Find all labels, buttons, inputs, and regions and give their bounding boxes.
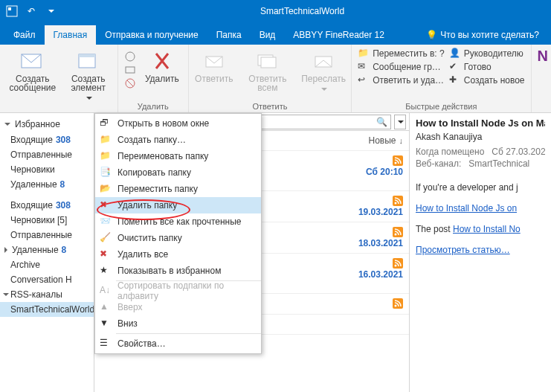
body-link-1[interactable]: How to Install Node Js on [416, 203, 517, 213]
svg-point-5 [126, 52, 135, 61]
context-menu-item[interactable]: ✖Удалить все [95, 246, 261, 263]
qa-icon: 📁 [358, 48, 370, 60]
quick-action[interactable]: ↩Ответить и уда… [358, 74, 445, 86]
qat-dropdown[interactable] [43, 4, 58, 19]
reading-pane: How to Install Node Js on Mac M1 Akash K… [410, 113, 551, 392]
delete-button[interactable]: Удалить [142, 48, 182, 85]
context-menu-item[interactable]: 📨Пометить все как прочтенные [95, 213, 261, 230]
rss-icon [393, 298, 403, 309]
reply-all-button[interactable]: Ответить всем [239, 48, 296, 94]
folder-pane: Избранное Входящие308ОтправленныеЧернови… [0, 113, 94, 392]
mail-body: If you're a developer and j How to Insta… [416, 182, 545, 255]
cleanup-icon[interactable] [124, 64, 136, 76]
tab-file[interactable]: Файл [4, 25, 45, 45]
svg-rect-6 [126, 67, 135, 73]
quick-action[interactable]: ✉Сообщение гр… [358, 61, 445, 73]
search-scope-dropdown[interactable] [394, 115, 406, 129]
new-mail-icon [21, 49, 45, 73]
quick-action[interactable]: ✚Создать новое [449, 74, 525, 86]
quick-action[interactable]: 👤Руководителю [449, 48, 525, 60]
context-menu-item[interactable]: ▼Вниз [95, 315, 261, 332]
junk-icon[interactable] [124, 77, 136, 89]
context-menu-item[interactable]: ✖Удалить папку [95, 197, 261, 213]
folder-item[interactable]: Удаленные8 [0, 177, 94, 192]
delete-icon: ✖ [100, 199, 112, 211]
tab-view[interactable]: Вид [251, 25, 285, 45]
svg-rect-4 [79, 54, 95, 57]
group-delete-label: Удалить [124, 100, 182, 111]
rss-header[interactable]: RSS-каналы [0, 287, 94, 302]
chevron-down-icon [85, 94, 92, 103]
favorites-header[interactable]: Избранное [0, 116, 94, 132]
view-article-link[interactable]: Просмотреть статью… [416, 245, 510, 255]
folder-item[interactable]: Удаленные8 [0, 242, 94, 257]
qa-icon: ↩ [358, 74, 370, 86]
up-icon: ▲ [100, 301, 112, 313]
context-menu-item[interactable]: 📁Переименовать папку [95, 148, 261, 164]
sort-icon: A↓ [100, 285, 112, 297]
mail-subject: How to Install Node Js on Mac M1 [416, 118, 545, 129]
new-item-icon [77, 49, 100, 73]
folder-item[interactable]: Входящие308 [0, 132, 94, 147]
forward-button[interactable]: Переслать [302, 48, 345, 95]
folder-item[interactable]: Черновики [5] [0, 213, 94, 228]
group-quick-actions: 📁Переместить в: ?👤Руководителю✉Сообщение… [352, 45, 531, 112]
folder-item[interactable]: Входящие308 [0, 198, 94, 213]
ribbon-tabs: Файл Главная Отправка и получение Папка … [0, 22, 551, 45]
svg-point-15 [395, 202, 397, 205]
tab-send-receive[interactable]: Отправка и получение [96, 25, 207, 45]
undo-icon[interactable]: ↶ [24, 4, 39, 19]
rss-feed-selected[interactable]: SmartTechnicalWorld [0, 302, 94, 317]
group-new: Создать сообщение Создать элемент [0, 45, 118, 112]
ribbon: Создать сообщение Создать элемент Удалит… [0, 45, 551, 113]
reply-button[interactable]: Ответить [195, 48, 233, 85]
body-link-2[interactable]: How to Install No [453, 224, 521, 234]
new-item-button[interactable]: Создать элемент [65, 48, 112, 104]
lightbulb-icon: 💡 [426, 30, 437, 40]
svg-point-21 [395, 305, 397, 307]
mail-author: Akash Kanaujiya [416, 132, 545, 142]
tell-me[interactable]: 💡 Что вы хотите сделать? [419, 25, 547, 45]
folder-item[interactable]: Черновики [0, 162, 94, 177]
svg-point-19 [395, 265, 397, 267]
svg-rect-10 [261, 57, 276, 68]
onenote-icon[interactable]: N [538, 48, 548, 65]
new-mail-button[interactable]: Создать сообщение [6, 48, 59, 94]
folder-item[interactable]: Archive [0, 257, 94, 272]
folder-item[interactable]: Conversation H [0, 272, 94, 287]
folder-item[interactable]: Отправленные [0, 147, 94, 162]
group-respond: Ответить Ответить всем Переслать Ответит… [189, 45, 352, 112]
copy-icon: 📑 [100, 167, 112, 179]
folder-item[interactable]: Отправленные [0, 228, 94, 242]
props-icon: ☰ [100, 338, 112, 350]
open-icon: 🗗 [100, 118, 112, 129]
context-menu-item[interactable]: ★Показывать в избранном [95, 263, 261, 279]
search-icon: 🔍 [376, 117, 387, 127]
ignore-icon[interactable] [124, 51, 136, 62]
newfolder-icon: 📁 [100, 134, 112, 146]
tab-abbyy[interactable]: ABBYY FineReader 12 [284, 25, 393, 45]
fav-icon: ★ [100, 265, 112, 277]
deleteall-icon: ✖ [100, 248, 112, 260]
rename-icon: 📁 [100, 150, 112, 162]
delete-label: Удалить [145, 74, 179, 83]
tab-folder[interactable]: Папка [207, 25, 251, 45]
context-menu-item[interactable]: 📂Переместить папку [95, 181, 261, 197]
down-icon: ▼ [100, 318, 112, 330]
quick-action[interactable]: 📁Переместить в: ? [358, 48, 445, 60]
quick-action[interactable]: ✔Готово [449, 61, 525, 73]
reply-all-icon [256, 49, 280, 73]
group-overflow: N [532, 45, 551, 112]
context-menu-item[interactable]: 📑Копировать папку [95, 164, 261, 181]
svg-point-13 [395, 162, 397, 164]
context-menu-item[interactable]: 🧹Очистить папку [95, 230, 261, 246]
group-quick-label: Быстрые действия [358, 100, 524, 111]
context-menu-item[interactable]: 🗗Открыть в новом окне [95, 115, 261, 132]
tab-home[interactable]: Главная [45, 25, 97, 45]
context-menu-item[interactable]: 📁Создать папку… [95, 132, 261, 148]
qat-icon[interactable] [4, 4, 19, 19]
sort-dropdown[interactable]: Новые ↓ [368, 135, 403, 146]
forward-icon [312, 49, 335, 73]
context-menu-item[interactable]: ☰Свойства… [95, 335, 261, 352]
new-mail-label: Создать сообщение [9, 74, 57, 92]
